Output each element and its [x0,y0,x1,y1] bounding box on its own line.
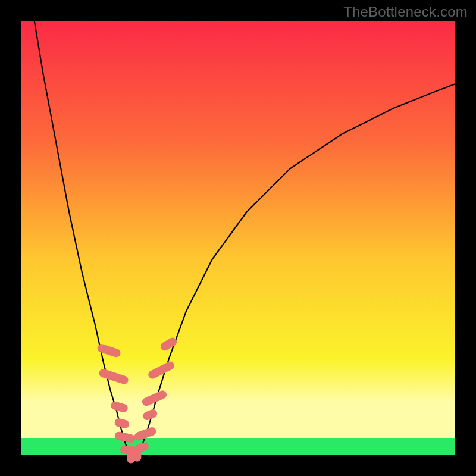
bead-cluster [96,336,178,464]
bead [159,336,178,352]
chart-stage: TheBottleneck.com [0,0,476,476]
plot-area [21,21,455,455]
bead [147,360,176,380]
watermark-text: TheBottleneck.com [343,4,468,20]
bead [114,418,130,430]
curves-svg [21,21,455,455]
bead [110,400,129,413]
bead [133,426,157,441]
left-curve-path [35,21,130,455]
bead [98,368,130,385]
bead [96,343,121,358]
right-curve-path [139,84,455,455]
